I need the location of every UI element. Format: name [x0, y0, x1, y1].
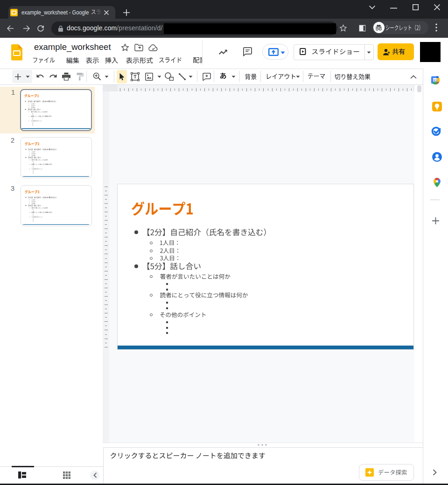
- svg-text:31: 31: [433, 78, 437, 83]
